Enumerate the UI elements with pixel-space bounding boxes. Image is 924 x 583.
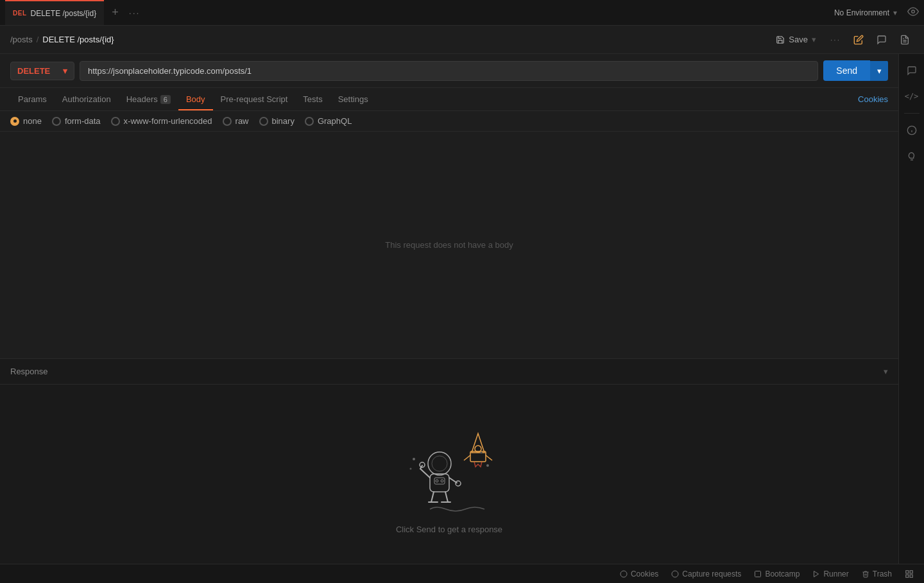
svg-rect-27 — [910, 575, 912, 577]
tab-body[interactable]: Body — [178, 88, 213, 110]
capture-requests-status-item[interactable]: Capture requests — [671, 570, 741, 579]
info-sidebar-icon[interactable] — [900, 119, 923, 142]
tab-title: DELETE /posts/{id} — [31, 9, 97, 18]
radio-form-data[interactable]: form-data — [52, 116, 101, 126]
svg-point-20 — [620, 571, 627, 577]
radio-none[interactable]: none — [10, 116, 42, 126]
body-type-row: none form-data x-www-form-urlencoded raw… — [0, 111, 898, 132]
runner-status-item[interactable]: Runner — [812, 570, 848, 579]
send-button[interactable]: Send — [823, 60, 870, 81]
radio-dot-graphql — [305, 117, 314, 126]
body-empty-area: This request does not have a body — [0, 132, 898, 358]
svg-point-21 — [672, 571, 678, 577]
radio-dot-raw — [223, 117, 232, 126]
method-selector[interactable]: DELETE ▾ — [10, 62, 74, 80]
radio-binary[interactable]: binary — [259, 116, 295, 126]
request-panel: DELETE ▾ Send ▾ Params Authorization Hea… — [0, 54, 898, 564]
breadcrumb: /posts / DELETE /posts/{id} — [10, 35, 114, 44]
code-sidebar-icon[interactable]: </> — [900, 85, 923, 108]
svg-point-5 — [428, 452, 451, 475]
method-label: DELETE — [17, 66, 50, 76]
main-content: DELETE ▾ Send ▾ Params Authorization Hea… — [0, 54, 924, 564]
radio-raw[interactable]: raw — [223, 116, 249, 126]
response-empty-caption: Click Send to get a response — [396, 525, 502, 534]
radio-urlencoded[interactable]: x-www-form-urlencoded — [111, 116, 212, 126]
tab-prerequest[interactable]: Pre-request Script — [213, 88, 296, 110]
edit-button[interactable] — [850, 31, 868, 49]
svg-rect-26 — [906, 575, 909, 577]
astronaut-illustration: Click Send to get a response — [396, 414, 502, 534]
response-header: Response ▾ — [0, 359, 898, 385]
send-arrow-icon: ▾ — [877, 66, 882, 76]
more-tabs-button[interactable]: ··· — [129, 8, 141, 18]
radio-graphql[interactable]: GraphQL — [305, 116, 352, 126]
svg-rect-22 — [755, 571, 761, 577]
send-button-group: Send ▾ — [823, 60, 888, 81]
response-body: Click Send to get a response — [0, 385, 898, 564]
cookies-link[interactable]: Cookies — [858, 94, 888, 104]
tab-params[interactable]: Params — [10, 88, 55, 110]
breadcrumb-separator: / — [37, 35, 39, 44]
environment-label: No Environment — [834, 8, 889, 17]
response-panel: Response ▾ — [0, 358, 898, 564]
svg-rect-7 — [430, 474, 449, 492]
lightbulb-sidebar-icon[interactable] — [900, 144, 923, 168]
svg-marker-23 — [814, 571, 819, 577]
breadcrumb-bar: /posts / DELETE /posts/{id} Save ▾ ··· — [0, 26, 924, 54]
environment-chevron-icon: ▾ — [893, 8, 897, 17]
svg-point-9 — [436, 480, 438, 482]
tab-bar: DEL DELETE /posts/{id} + ··· No Environm… — [0, 0, 924, 26]
svg-point-0 — [912, 10, 915, 13]
svg-point-14 — [410, 468, 412, 470]
save-button[interactable]: Save ▾ — [771, 32, 821, 47]
breadcrumb-actions: Save ▾ ··· — [771, 31, 914, 49]
breadcrumb-parent[interactable]: /posts — [10, 35, 33, 44]
response-title: Response — [10, 367, 48, 376]
sidebar-divider — [904, 113, 920, 114]
svg-point-13 — [413, 458, 415, 460]
headers-badge: 6 — [160, 95, 171, 104]
svg-point-16 — [486, 464, 489, 467]
svg-rect-25 — [910, 570, 912, 573]
tab-method-badge: DEL — [13, 10, 27, 17]
tab-authorization[interactable]: Authorization — [55, 88, 119, 110]
document-button[interactable] — [896, 31, 914, 49]
eye-icon[interactable] — [907, 6, 919, 19]
method-chevron-icon: ▾ — [63, 66, 67, 76]
trash-status-item[interactable]: Trash — [862, 570, 892, 579]
url-bar: DELETE ▾ Send ▾ — [0, 54, 898, 88]
save-chevron-icon: ▾ — [812, 35, 816, 44]
tab-settings[interactable]: Settings — [330, 88, 376, 110]
right-sidebar: </> — [898, 54, 924, 564]
svg-point-10 — [441, 480, 443, 482]
svg-point-15 — [481, 452, 483, 454]
breadcrumb-current: DELETE /posts/{id} — [42, 35, 114, 44]
svg-point-6 — [432, 456, 447, 471]
bootcamp-status-item[interactable]: Bootcamp — [754, 570, 800, 579]
comment-button[interactable] — [873, 31, 891, 49]
body-placeholder-text: This request does not have a body — [385, 240, 513, 250]
send-dropdown-button[interactable]: ▾ — [870, 61, 888, 81]
radio-dot-form-data — [52, 117, 61, 126]
astronaut-svg — [398, 414, 501, 517]
svg-rect-24 — [906, 570, 909, 573]
add-tab-button[interactable]: + — [109, 6, 121, 19]
radio-dot-urlencoded — [111, 117, 120, 126]
request-tabs: Params Authorization Headers6 Body Pre-r… — [0, 88, 898, 111]
url-input[interactable] — [80, 61, 818, 81]
tab-headers[interactable]: Headers6 — [119, 88, 178, 110]
tab-tests[interactable]: Tests — [295, 88, 330, 110]
more-options-button[interactable]: ··· — [826, 31, 844, 48]
environment-selector[interactable]: No Environment ▾ — [829, 6, 902, 20]
radio-dot-binary — [259, 117, 268, 126]
grid-status-item[interactable] — [905, 570, 914, 579]
radio-dot-none — [10, 117, 19, 126]
status-bar: Cookies Capture requests Bootcamp Runner… — [0, 564, 924, 583]
tab-actions: + ··· — [109, 6, 140, 19]
response-chevron-icon[interactable]: ▾ — [884, 367, 888, 376]
cookies-status-item[interactable]: Cookies — [620, 570, 658, 579]
svg-point-12 — [456, 481, 461, 486]
comment-sidebar-icon[interactable] — [900, 59, 923, 82]
active-tab[interactable]: DEL DELETE /posts/{id} — [5, 0, 104, 25]
